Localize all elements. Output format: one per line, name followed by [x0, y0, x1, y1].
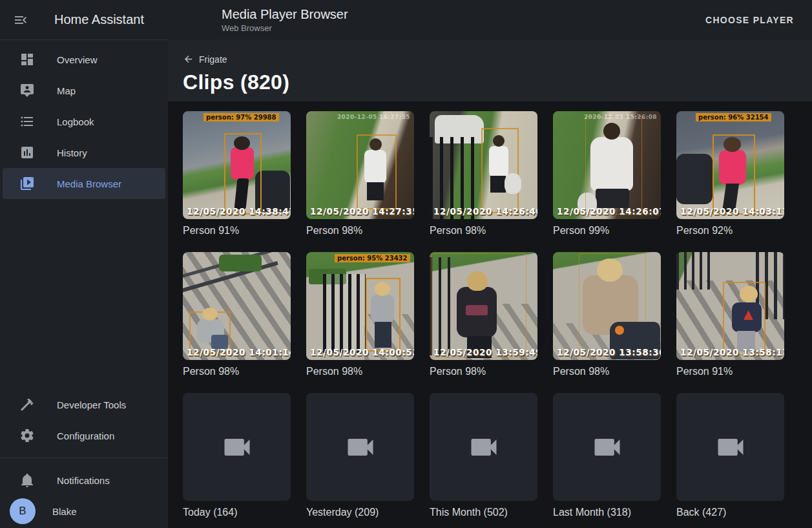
- clip-item[interactable]: person: 96% 32154 12/05/2020 14:03:17 Pe…: [676, 111, 784, 252]
- clip-item[interactable]: 12/05/2020 13:59:49 Person 98%: [430, 252, 537, 393]
- sidebar-item-label: Overview: [57, 54, 98, 65]
- video-camera-icon: [590, 430, 624, 464]
- sidebar-item-label: Map: [57, 85, 76, 96]
- folder-item-this-month[interactable]: This Month (502): [430, 393, 537, 528]
- clip-thumbnail[interactable]: 2020-12-05 16:27:35 12/05/2020 14:27:35: [306, 111, 414, 219]
- clip-timestamp: 12/05/2020 14:00:52: [310, 347, 414, 357]
- gear-icon: [19, 428, 35, 443]
- folder-item-last-month[interactable]: Last Month (318): [553, 393, 661, 528]
- clip-caption: Person 98%: [553, 366, 661, 377]
- app-title: Home Assistant: [54, 12, 168, 27]
- detection-bounding-box: [357, 134, 397, 209]
- media-browser-header: Frigate Clips (820): [168, 39, 812, 101]
- sidebar-item-map[interactable]: Map: [3, 75, 165, 106]
- bell-icon: [19, 472, 35, 488]
- sidebar-item-developer-tools[interactable]: Developer Tools: [3, 389, 165, 420]
- sidebar-item-user[interactable]: B Blake: [3, 496, 165, 527]
- sidebar-item-history[interactable]: History: [3, 137, 165, 168]
- folder-item-yesterday[interactable]: Yesterday (209): [306, 393, 414, 528]
- clip-item[interactable]: 12/05/2020 14:26:46 Person 98%: [430, 111, 537, 252]
- clip-item[interactable]: person: 97% 29988 12/05/2020 14:38:47 Pe…: [183, 111, 291, 252]
- media-browser-icon: [19, 176, 35, 191]
- camera-osd-text: 2020-12-05 16:27:35: [337, 114, 410, 120]
- camera-osd-text: 2020-12-05 15:26:08: [584, 114, 657, 120]
- hammer-icon: [19, 397, 35, 412]
- folder-label: Back (427): [676, 507, 784, 518]
- folder-thumbnail[interactable]: [183, 393, 291, 501]
- clip-thumbnail[interactable]: 2020-12-05 15:26:08 12/05/2020 14:26:07: [553, 111, 661, 219]
- clip-timestamp: 12/05/2020 13:59:49: [433, 347, 537, 357]
- detection-label: person: 95% 23432: [335, 254, 410, 262]
- folder-thumbnail[interactable]: [553, 393, 661, 501]
- clip-thumbnail[interactable]: person: 95% 23432 12/05/2020 14:00:52: [306, 252, 414, 360]
- user-avatar[interactable]: B: [10, 498, 36, 524]
- breadcrumb[interactable]: Frigate: [183, 39, 227, 65]
- clip-item[interactable]: 2020-12-05 16:27:35 12/05/2020 14:27:35 …: [306, 111, 414, 252]
- sidebar-item-configuration[interactable]: Configuration: [3, 420, 165, 451]
- thumbnail-art: [375, 322, 391, 348]
- clip-timestamp: 12/05/2020 14:03:17: [680, 206, 784, 216]
- video-camera-icon: [344, 430, 377, 464]
- clip-thumbnail[interactable]: person: 97% 29988 12/05/2020 14:38:47: [183, 111, 291, 219]
- thumbnail-art: [219, 255, 262, 271]
- clip-item[interactable]: 12/05/2020 13:58:30 Person 98%: [553, 252, 661, 393]
- back-arrow-icon: [183, 54, 194, 65]
- dashboard-icon: [19, 52, 35, 67]
- clip-timestamp: 12/05/2020 14:26:46: [433, 206, 537, 216]
- sidebar-item-logbook[interactable]: Logbook: [3, 106, 165, 137]
- clips-grid: person: 97% 29988 12/05/2020 14:38:47 Pe…: [183, 111, 812, 528]
- clip-thumbnail[interactable]: 12/05/2020 14:01:14: [183, 252, 291, 360]
- sidebar-item-media-browser[interactable]: Media Browser: [3, 168, 165, 199]
- folder-item-today[interactable]: Today (164): [183, 393, 291, 528]
- clip-thumbnail[interactable]: 12/05/2020 13:58:17: [676, 252, 784, 360]
- video-camera-icon: [467, 430, 501, 464]
- menu-toggle-icon[interactable]: [13, 12, 28, 28]
- folder-thumbnail[interactable]: [676, 393, 784, 501]
- clip-caption: Person 99%: [553, 225, 661, 237]
- clip-item[interactable]: 12/05/2020 13:58:17 Person 91%: [676, 252, 784, 393]
- folder-thumbnail[interactable]: [430, 393, 537, 501]
- sidebar-item-label: Developer Tools: [57, 399, 126, 410]
- sidebar-item-label: History: [57, 147, 87, 158]
- user-name: Blake: [52, 506, 77, 517]
- clip-timestamp: 12/05/2020 14:38:47: [187, 206, 291, 216]
- clip-thumbnail[interactable]: 12/05/2020 14:26:46: [430, 111, 537, 219]
- clip-thumbnail[interactable]: 12/05/2020 13:59:49: [430, 252, 537, 360]
- clips-grid-container: person: 97% 29988 12/05/2020 14:38:47 Pe…: [168, 101, 812, 528]
- chart-box-icon: [19, 145, 35, 160]
- video-camera-icon: [220, 430, 254, 464]
- choose-player-button[interactable]: CHOOSE PLAYER: [702, 10, 798, 30]
- clip-timestamp: 12/05/2020 14:01:14: [187, 347, 291, 357]
- list-icon: [19, 114, 35, 129]
- clip-timestamp: 12/05/2020 14:27:35: [310, 206, 414, 216]
- page-title: Clips (820): [183, 70, 812, 94]
- clip-item[interactable]: 2020-12-05 15:26:08 12/05/2020 14:26:07 …: [553, 111, 661, 252]
- clip-caption: Person 98%: [183, 366, 291, 377]
- thumbnail-art: [323, 274, 366, 353]
- folder-item-back[interactable]: Back (427): [676, 393, 784, 528]
- thumbnail-art: [676, 252, 713, 290]
- folder-label: Last Month (318): [553, 507, 661, 518]
- breadcrumb-label[interactable]: Frigate: [199, 54, 227, 65]
- sidebar: Overview Map Logbook History Media Brows…: [0, 39, 168, 528]
- detection-bounding-box: [713, 134, 755, 215]
- clip-caption: Person 98%: [306, 366, 414, 377]
- clip-thumbnail[interactable]: person: 96% 32154 12/05/2020 14:03:17: [676, 111, 784, 219]
- sidebar-item-overview[interactable]: Overview: [3, 44, 165, 75]
- sidebar-item-label: Media Browser: [57, 178, 121, 189]
- clip-caption: Person 98%: [430, 225, 537, 237]
- sidebar-divider: [0, 458, 168, 458]
- folder-thumbnail[interactable]: [306, 393, 414, 501]
- thumbnail-art: [457, 287, 497, 337]
- sidebar-item-label: Logbook: [57, 116, 94, 127]
- folder-label: Today (164): [183, 507, 291, 518]
- clip-thumbnail[interactable]: 12/05/2020 13:58:30: [553, 252, 661, 360]
- sidebar-item-notifications[interactable]: Notifications: [3, 465, 165, 496]
- thumbnail-art: [615, 326, 624, 335]
- clip-item[interactable]: person: 95% 23432 12/05/2020 14:00:52 Pe…: [306, 252, 414, 393]
- clip-caption: Person 98%: [306, 225, 414, 237]
- detection-label: person: 96% 32154: [696, 113, 771, 121]
- clip-timestamp: 12/05/2020 13:58:17: [680, 347, 784, 357]
- clip-item[interactable]: 12/05/2020 14:01:14 Person 98%: [183, 252, 291, 393]
- thumbnail-art: [732, 302, 762, 332]
